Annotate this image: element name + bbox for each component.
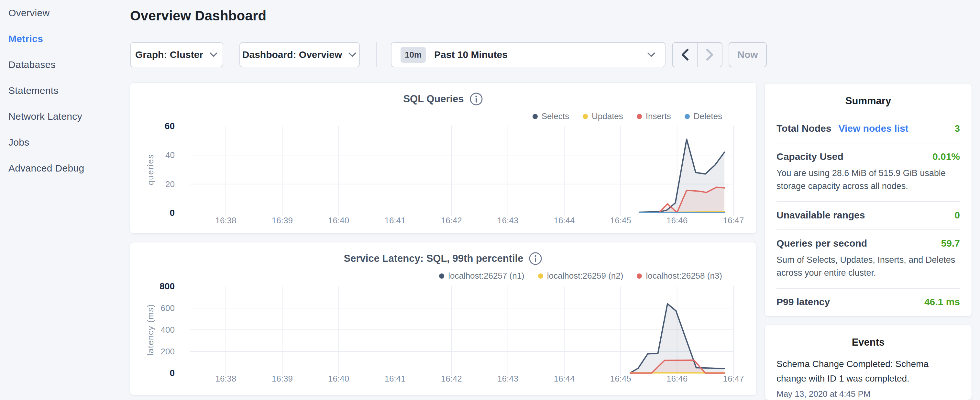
chevron-down-icon: [647, 52, 656, 57]
summary-row: Unavailable ranges0: [776, 201, 960, 229]
svg-text:20: 20: [165, 179, 175, 189]
chevron-down-icon: [348, 52, 357, 57]
summary-row-value: 0: [955, 210, 960, 221]
summary-row-label: Unavailable ranges: [776, 210, 865, 221]
summary-row-label: P99 latency: [776, 296, 830, 308]
svg-text:400: 400: [161, 325, 175, 335]
svg-text:16:43: 16:43: [497, 215, 518, 225]
now-button[interactable]: Now: [729, 42, 767, 67]
svg-text:200: 200: [161, 347, 175, 356]
chart-plot-area[interactable]: 16:3816:3916:4016:4116:4216:4316:4416:45…: [130, 242, 757, 395]
sql-queries-chart-panel: SQL Queries SelectsUpdatesInsertsDeletes…: [130, 83, 757, 234]
svg-text:16:38: 16:38: [215, 374, 236, 384]
events-list: Schema Change Completed: Schema change w…: [765, 348, 972, 399]
time-step-buttons: [672, 42, 722, 67]
summary-row-value: 46.1 ms: [924, 296, 960, 308]
next-time-button[interactable]: [698, 43, 722, 67]
svg-text:16:46: 16:46: [667, 374, 687, 384]
svg-text:600: 600: [161, 303, 175, 313]
svg-text:16:47: 16:47: [723, 374, 744, 384]
summary-row-value: 59.7: [941, 238, 960, 249]
summary-row-label: Capacity Used: [776, 151, 843, 162]
summary-row-subtext: You are using 28.6 MiB of 515.9 GiB usab…: [776, 167, 960, 193]
sidebar: OverviewMetricsDatabasesStatementsNetwor…: [8, 0, 125, 181]
event-message: Schema Change Completed: Schema change w…: [776, 357, 960, 386]
sidebar-item-overview[interactable]: Overview: [8, 0, 125, 26]
time-range-label: Past 10 Minutes: [434, 49, 647, 60]
summary-row-value: 3: [955, 123, 960, 134]
summary-row: Capacity Used0.01%You are using 28.6 MiB…: [776, 143, 960, 201]
svg-text:16:44: 16:44: [554, 374, 574, 384]
svg-text:16:47: 16:47: [723, 215, 744, 225]
summary-title: Summary: [765, 83, 972, 107]
summary-row-label: Queries per second: [776, 238, 867, 249]
svg-text:16:44: 16:44: [554, 215, 574, 225]
chevron-left-icon: [681, 48, 689, 61]
svg-text:16:45: 16:45: [610, 374, 631, 384]
svg-text:16:40: 16:40: [328, 374, 349, 384]
svg-text:16:41: 16:41: [384, 374, 406, 384]
summary-row-label: Total Nodes: [776, 123, 831, 134]
svg-text:800: 800: [159, 281, 175, 291]
dashboard-dropdown[interactable]: Dashboard: Overview: [239, 42, 360, 67]
sidebar-item-statements[interactable]: Statements: [8, 78, 125, 104]
svg-text:latency (ms): latency (ms): [146, 304, 155, 356]
page-title: Overview Dashboard: [130, 8, 266, 24]
summary-row: P99 latency46.1 ms: [776, 288, 960, 316]
svg-text:16:46: 16:46: [667, 215, 687, 225]
divider: [376, 42, 377, 67]
summary-panel: Summary Total NodesView nodes list3Capac…: [765, 83, 972, 317]
svg-text:16:43: 16:43: [497, 374, 518, 384]
svg-text:40: 40: [165, 150, 175, 160]
sidebar-item-databases[interactable]: Databases: [8, 52, 125, 78]
svg-text:16:41: 16:41: [384, 215, 406, 225]
event-item[interactable]: Schema Change Completed: Schema change w…: [776, 357, 960, 399]
dashboard-dropdown-label: Dashboard: Overview: [242, 49, 342, 60]
svg-text:0: 0: [170, 368, 175, 378]
previous-time-button[interactable]: [673, 43, 698, 67]
svg-text:16:45: 16:45: [610, 215, 631, 225]
events-panel: Events Schema Change Completed: Schema c…: [765, 325, 972, 400]
summary-rows: Total NodesView nodes list3Capacity Used…: [765, 115, 972, 316]
summary-row-subtext: Sum of Selects, Updates, Inserts, and De…: [776, 253, 960, 279]
svg-text:queries: queries: [146, 154, 155, 185]
events-title: Events: [765, 325, 972, 348]
summary-row-value: 0.01%: [932, 151, 960, 162]
view-nodes-list-link[interactable]: View nodes list: [838, 123, 908, 134]
svg-text:60: 60: [165, 121, 175, 131]
sidebar-item-jobs[interactable]: Jobs: [8, 129, 125, 155]
summary-row: Queries per second59.7Sum of Selects, Up…: [776, 229, 960, 288]
sidebar-item-advanced-debug[interactable]: Advanced Debug: [8, 155, 125, 181]
graph-dropdown[interactable]: Graph: Cluster: [130, 42, 223, 67]
time-range-badge: 10m: [401, 47, 426, 63]
sidebar-item-metrics[interactable]: Metrics: [8, 26, 125, 52]
svg-text:16:39: 16:39: [272, 374, 293, 384]
chevron-down-icon: [209, 52, 218, 57]
svg-text:16:42: 16:42: [441, 215, 462, 225]
graph-dropdown-label: Graph: Cluster: [135, 49, 203, 60]
sidebar-item-network-latency[interactable]: Network Latency: [8, 104, 125, 129]
svg-text:0: 0: [170, 208, 175, 218]
time-range-dropdown[interactable]: 10m Past 10 Minutes: [391, 42, 665, 67]
event-timestamp: May 13, 2020 at 4:45 PM: [776, 389, 960, 399]
svg-text:16:40: 16:40: [328, 215, 349, 225]
svg-text:16:38: 16:38: [215, 215, 236, 225]
svg-text:16:42: 16:42: [441, 374, 462, 384]
chart-plot-area[interactable]: 16:3816:3916:4016:4116:4216:4316:4416:45…: [130, 83, 757, 234]
summary-row: Total NodesView nodes list3: [776, 115, 960, 143]
service-latency-chart-panel: Service Latency: SQL, 99th percentile lo…: [130, 242, 757, 395]
svg-text:16:39: 16:39: [272, 215, 293, 225]
chevron-right-icon: [706, 48, 714, 61]
